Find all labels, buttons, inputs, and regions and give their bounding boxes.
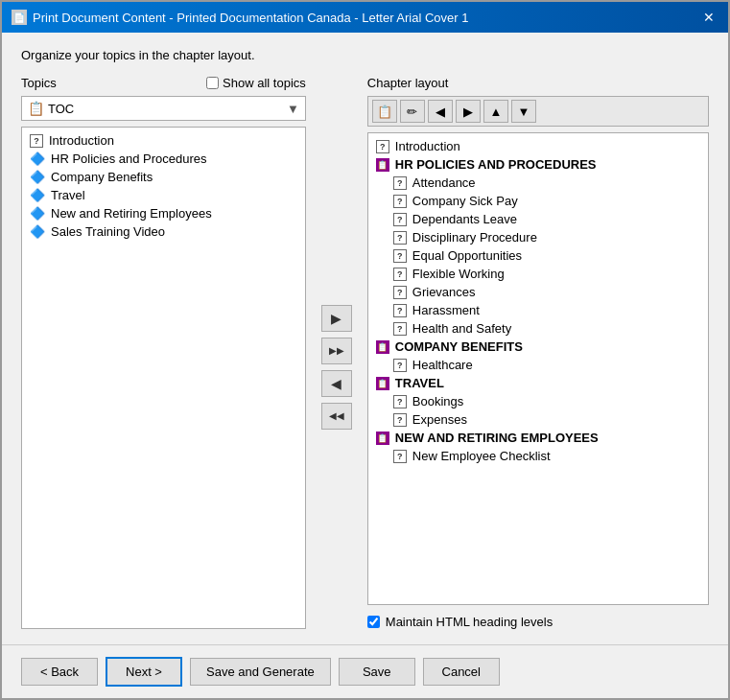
add-single-button[interactable]: ▶ (321, 305, 352, 332)
ch-icon-q: ? (393, 195, 407, 208)
right-panel: Chapter layout 📋 ✏ ◀ ▶ ▲ ▼ ? Introductio… (367, 76, 709, 629)
ch-item-label: Grievances (412, 285, 476, 299)
ch-icon-q: ? (393, 231, 407, 245)
ch-icon-q: ? (393, 322, 407, 336)
topic-item-introduction[interactable]: ? Introduction (22, 131, 305, 150)
ch-item-bookings[interactable]: ? Bookings (368, 392, 708, 410)
save-button[interactable]: Save (339, 658, 415, 686)
close-button[interactable]: ✕ (699, 8, 718, 27)
topic-item-sales-training[interactable]: 🔷 Sales Training Video (22, 222, 305, 241)
ch-item-label: Dependants Leave (412, 212, 517, 226)
show-all-topics-label[interactable]: Show all topics (206, 76, 306, 90)
topics-list: ? Introduction 🔷 HR Policies and Procedu… (21, 127, 306, 629)
ch-icon-q: ? (376, 140, 389, 153)
topic-icon-book: 🔷 (30, 170, 45, 184)
ch-item-label: Disciplinary Procedure (412, 230, 537, 245)
topic-item-hr-policies[interactable]: 🔷 HR Policies and Procedures (22, 150, 305, 168)
toolbar-down-button[interactable]: ▼ (511, 100, 536, 123)
topic-item-travel[interactable]: 🔷 Travel (22, 186, 305, 204)
ch-item-introduction[interactable]: ? Introduction (368, 137, 708, 155)
ch-item-label: Healthcare (412, 358, 473, 372)
ch-item-label: HR POLICIES AND PROCEDURES (395, 157, 597, 172)
topics-header: Topics Show all topics (21, 76, 306, 90)
ch-item-label: Bookings (412, 394, 463, 408)
toc-dropdown[interactable]: 📋 TOC ▼ (21, 96, 306, 121)
ch-icon-q: ? (393, 286, 407, 299)
toolbar-left-button[interactable]: ◀ (428, 100, 453, 123)
ch-icon-q: ? (393, 176, 407, 190)
cancel-button[interactable]: Cancel (423, 658, 500, 686)
topic-icon-book: 🔷 (30, 206, 45, 221)
toolbar-right-button[interactable]: ▶ (456, 100, 481, 123)
footer: < Back Next > Save and Generate Save Can… (2, 644, 728, 698)
ch-item-new-employee[interactable]: ? New Employee Checklist (368, 447, 708, 465)
ch-item-travel-section[interactable]: 📋 TRAVEL (368, 374, 708, 392)
add-all-button[interactable]: ▶▶ (321, 338, 352, 364)
ch-item-label: Flexible Working (412, 267, 505, 281)
topic-label: Introduction (49, 133, 114, 148)
show-all-topics-checkbox[interactable] (206, 77, 219, 89)
content-area: Organize your topics in the chapter layo… (2, 33, 728, 644)
ch-item-attendance[interactable]: ? Attendance (368, 174, 708, 192)
remove-all-button[interactable]: ◀◀ (321, 403, 352, 430)
ch-item-grievances[interactable]: ? Grievances (368, 283, 708, 301)
ch-icon-toc: 📋 (376, 432, 389, 445)
toc-dropdown-value: TOC (48, 102, 74, 116)
ch-icon-q: ? (393, 268, 407, 281)
chapter-layout-label: Chapter layout (367, 76, 709, 90)
ch-item-flexible[interactable]: ? Flexible Working (368, 265, 708, 283)
toolbar-edit-button[interactable]: ✏ (400, 100, 425, 123)
ch-item-label: Introduction (395, 139, 460, 153)
chapter-toolbar: 📋 ✏ ◀ ▶ ▲ ▼ (367, 96, 709, 127)
title-bar: 📄 Print Document Content - Printed Docum… (2, 2, 728, 33)
ch-item-equal-opp[interactable]: ? Equal Opportunities (368, 246, 708, 265)
ch-item-expenses[interactable]: ? Expenses (368, 410, 708, 429)
ch-item-hr-section[interactable]: 📋 HR POLICIES AND PROCEDURES (368, 155, 708, 174)
maintain-html-checkbox[interactable] (367, 616, 380, 628)
ch-item-health-safety[interactable]: ? Health and Safety (368, 319, 708, 338)
ch-item-label: Health and Safety (412, 321, 511, 336)
main-row: Topics Show all topics 📋 TOC ▼ (21, 76, 709, 629)
toc-dropdown-arrow: ▼ (287, 102, 299, 116)
toolbar-toc-button[interactable]: 📋 (372, 100, 397, 123)
topic-label: New and Retiring Employees (51, 206, 212, 221)
maintain-html-row: Maintain HTML heading levels (367, 615, 709, 629)
topics-label: Topics (21, 76, 57, 90)
topic-icon-q: ? (30, 134, 43, 148)
topic-item-new-retiring[interactable]: 🔷 New and Retiring Employees (22, 204, 305, 222)
topic-icon-book: 🔷 (30, 152, 45, 166)
next-button[interactable]: Next > (106, 657, 182, 687)
show-all-topics-text: Show all topics (223, 76, 306, 90)
ch-item-label: Company Sick Pay (412, 194, 518, 208)
ch-item-new-retiring-section[interactable]: 📋 NEW AND RETIRING EMPLOYEES (368, 429, 708, 447)
ch-item-dependants-leave[interactable]: ? Dependants Leave (368, 210, 708, 228)
instruction-text: Organize your topics in the chapter layo… (21, 48, 709, 62)
ch-item-company-sick-pay[interactable]: ? Company Sick Pay (368, 192, 708, 210)
ch-icon-q: ? (393, 395, 407, 408)
maintain-html-label: Maintain HTML heading levels (386, 615, 553, 629)
ch-item-healthcare[interactable]: ? Healthcare (368, 356, 708, 374)
toc-dropdown-inner: 📋 TOC (28, 101, 74, 116)
ch-item-harassment[interactable]: ? Harassment (368, 301, 708, 319)
ch-item-label: Harassment (412, 303, 480, 317)
topic-item-company-benefits[interactable]: 🔷 Company Benefits (22, 168, 305, 186)
window-title: Print Document Content - Printed Documen… (33, 11, 469, 25)
title-bar-left: 📄 Print Document Content - Printed Docum… (12, 10, 469, 25)
remove-single-button[interactable]: ◀ (321, 370, 352, 397)
topic-icon-book: 🔷 (30, 188, 45, 202)
toolbar-up-button[interactable]: ▲ (483, 100, 508, 123)
save-generate-button[interactable]: Save and Generate (190, 658, 331, 686)
left-panel: Topics Show all topics 📋 TOC ▼ (21, 76, 306, 629)
ch-icon-toc: 📋 (376, 158, 389, 172)
ch-item-label: Attendance (412, 175, 476, 190)
main-window: 📄 Print Document Content - Printed Docum… (0, 0, 730, 700)
window-icon: 📄 (12, 10, 27, 25)
ch-item-company-benefits-section[interactable]: 📋 COMPANY BENEFITS (368, 338, 708, 356)
topic-label: Travel (51, 188, 85, 202)
ch-icon-q: ? (393, 359, 407, 372)
transfer-buttons: ▶ ▶▶ ◀ ◀◀ (318, 76, 356, 629)
topic-label: HR Policies and Procedures (51, 152, 207, 166)
ch-item-disciplinary[interactable]: ? Disciplinary Procedure (368, 228, 708, 246)
ch-icon-q: ? (393, 249, 407, 263)
back-button[interactable]: < Back (21, 658, 98, 686)
